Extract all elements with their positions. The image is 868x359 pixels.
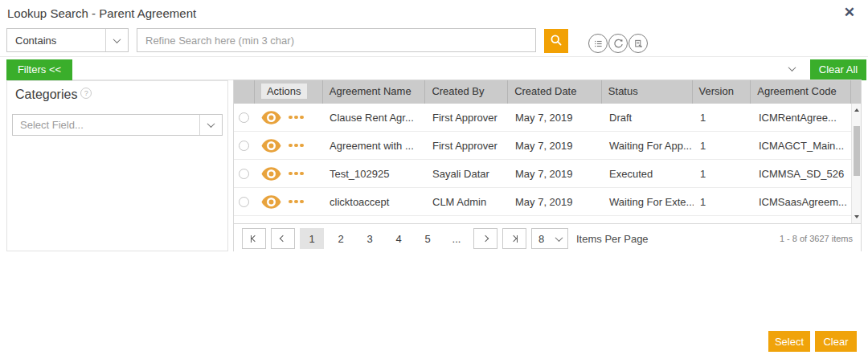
view-eye-icon[interactable] <box>261 195 281 209</box>
cell-version: 1 <box>694 196 752 208</box>
scroll-up-icon[interactable] <box>854 108 859 112</box>
header-divider <box>0 56 868 57</box>
header-created-date[interactable]: Created Date <box>508 80 602 104</box>
chevron-right-icon <box>510 235 517 242</box>
first-page-button[interactable] <box>242 228 266 249</box>
select-field-placeholder: Select Field... <box>13 119 199 131</box>
cell-version: 1 <box>694 140 752 152</box>
more-actions-icon[interactable] <box>289 172 304 176</box>
header-status[interactable]: Status <box>602 80 693 104</box>
cell-agreement-code: ICMRentAgree... <box>752 112 853 124</box>
page-number-1[interactable]: 1 <box>300 228 324 249</box>
page-size-value: 8 <box>532 233 556 245</box>
cell-status: Executed <box>603 168 694 180</box>
header-scroll-stub <box>851 80 861 104</box>
cell-created-date: May 7, 2019 <box>509 196 603 208</box>
search-icon <box>549 33 563 50</box>
cell-status: Waiting For Exte... <box>603 196 694 208</box>
cell-status: Draft <box>603 112 694 124</box>
cell-agreement-name: Clause Rent Agr... <box>323 112 426 124</box>
items-range-label: 1 - 8 of 3627 items <box>780 234 853 243</box>
cell-created-date: May 7, 2019 <box>509 168 603 180</box>
scrollbar-thumb[interactable] <box>854 126 860 176</box>
pagination-bar: 12345... 8 Items Per Page 1 - 8 of 3627 … <box>234 223 861 252</box>
scroll-down-icon[interactable] <box>854 215 859 218</box>
page-number-2[interactable]: 2 <box>329 228 353 249</box>
field-chevron-cell[interactable] <box>199 115 222 135</box>
chevron-down-icon <box>207 120 215 128</box>
cell-status: Waiting For App... <box>603 140 694 152</box>
vertical-scrollbar[interactable] <box>851 104 861 223</box>
cell-version: 1 <box>694 112 752 124</box>
export-icon[interactable] <box>628 34 648 53</box>
cell-agreement-code: ICMMSA_SD_526 <box>752 168 853 180</box>
header-created-by[interactable]: Created By <box>425 80 508 104</box>
search-operator-value: Contains <box>7 35 105 47</box>
chevron-down-icon <box>555 234 563 242</box>
header-actions: Actions <box>255 80 323 104</box>
header-actions-label: Actions <box>261 84 307 99</box>
help-icon[interactable]: ? <box>80 88 92 99</box>
view-eye-icon[interactable] <box>261 139 281 153</box>
table-row[interactable]: Agreement with ... First Approver May 7,… <box>234 132 853 160</box>
chevron-down-icon <box>113 35 121 43</box>
select-field-dropdown[interactable]: Select Field... <box>12 114 223 136</box>
applied-filters-bar[interactable] <box>72 59 808 80</box>
next-page-button[interactable] <box>473 228 497 249</box>
table-row[interactable]: Clause Rent Agr... First Approver May 7,… <box>234 104 853 132</box>
cell-created-by: CLM Admin <box>426 196 509 208</box>
lookup-search-dialog: Lookup Search - Parent Agreement ✕ Conta… <box>0 0 868 359</box>
clear-button[interactable]: Clear <box>815 331 857 352</box>
categories-text: Categories <box>15 88 77 101</box>
row-actions-cell <box>255 111 323 124</box>
row-radio-button[interactable] <box>239 141 249 151</box>
table-row[interactable]: Test_102925 Sayali Datar May 7, 2019 Exe… <box>234 160 853 188</box>
search-input[interactable] <box>137 28 536 52</box>
row-radio-button[interactable] <box>239 169 249 179</box>
page-number-4[interactable]: 4 <box>387 228 411 249</box>
row-actions-cell <box>255 195 323 209</box>
cell-created-by: First Approver <box>426 140 509 152</box>
cell-created-by: Sayali Datar <box>426 168 509 180</box>
view-eye-icon[interactable] <box>261 111 281 124</box>
last-page-button[interactable] <box>502 228 526 249</box>
header-agreement-code[interactable]: Agreement Code <box>751 80 851 104</box>
header-version[interactable]: Version <box>693 80 751 104</box>
select-button[interactable]: Select <box>768 331 810 352</box>
page-number-5[interactable]: 5 <box>416 228 440 249</box>
search-operator-select[interactable]: Contains <box>6 28 129 52</box>
search-button[interactable] <box>544 29 568 53</box>
page-number-3[interactable]: 3 <box>358 228 382 249</box>
page-size-select[interactable]: 8 <box>531 228 568 249</box>
row-radio-button[interactable] <box>239 112 249 123</box>
cell-agreement-name: Test_102925 <box>323 168 426 180</box>
more-actions-icon[interactable] <box>289 200 304 204</box>
categories-label: Categories? <box>15 88 92 102</box>
more-actions-icon[interactable] <box>289 116 304 120</box>
cell-created-date: May 7, 2019 <box>509 140 603 152</box>
dialog-title: Lookup Search - Parent Agreement <box>7 6 196 20</box>
close-icon[interactable]: ✕ <box>844 6 855 19</box>
row-radio-button[interactable] <box>239 197 249 207</box>
header-agreement-name[interactable]: Agreement Name <box>323 80 426 104</box>
page-ellipsis[interactable]: ... <box>444 228 469 249</box>
items-per-page-label: Items Per Page <box>576 233 649 245</box>
view-eye-icon[interactable] <box>261 167 281 181</box>
chevron-right-icon <box>482 235 489 242</box>
grid-body: Clause Rent Agr... First Approver May 7,… <box>234 104 853 223</box>
categories-panel: Categories? Select Field... <box>6 80 228 251</box>
table-row[interactable]: clicktoaccept CLM Admin May 7, 2019 Wait… <box>234 188 853 216</box>
results-grid: Actions Agreement Name Created By Create… <box>233 80 862 251</box>
saved-search-list-icon[interactable] <box>588 34 608 53</box>
more-actions-icon[interactable] <box>289 144 304 148</box>
header-select-column <box>234 80 255 104</box>
chevron-down-icon[interactable] <box>788 63 796 71</box>
cell-agreement-code: ICMAGCT_Main... <box>752 140 853 152</box>
cell-agreement-name: Agreement with ... <box>323 140 426 152</box>
cell-version: 1 <box>694 168 752 180</box>
prev-page-button[interactable] <box>271 228 295 249</box>
operator-chevron-cell[interactable] <box>105 29 128 51</box>
filters-toggle-button[interactable]: Filters << <box>6 59 72 80</box>
clear-all-button[interactable]: Clear All <box>810 59 866 80</box>
reset-refresh-icon[interactable] <box>608 34 628 53</box>
